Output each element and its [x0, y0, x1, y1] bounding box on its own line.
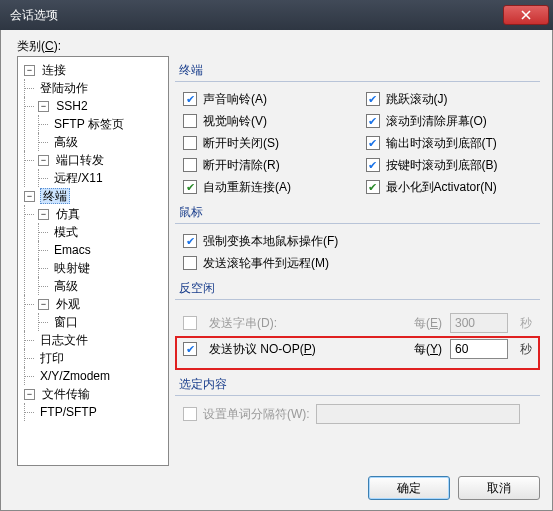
- label-word-delimiters: 设置单词分隔符(W):: [203, 406, 310, 423]
- input-send-string-interval: [450, 313, 508, 333]
- checkbox-scroll-bottom-output[interactable]: [366, 136, 380, 150]
- category-label: 类别(C):: [17, 38, 61, 55]
- tree-item-ftp-sftp[interactable]: FTP/SFTP: [38, 405, 99, 419]
- label-every-y: 每(Y): [414, 341, 442, 358]
- checkbox-force-local-mouse[interactable]: [183, 234, 197, 248]
- checkbox-close-on-disconnect[interactable]: [183, 136, 197, 150]
- label-close-on-disconnect: 断开时关闭(S): [203, 135, 279, 152]
- label-visual-bell: 视觉响铃(V): [203, 113, 267, 130]
- tree-toggle[interactable]: −: [24, 389, 35, 400]
- tree-item-window[interactable]: 窗口: [52, 315, 80, 329]
- checkbox-jump-scroll[interactable]: [366, 92, 380, 106]
- settings-panel: 终端 声音响铃(A) 视觉响铃(V) 断开时关闭(S) 断开时清除(R) 自动重…: [175, 56, 540, 464]
- tree-item-remote-x11[interactable]: 远程/X11: [52, 171, 105, 185]
- input-word-delimiters: [316, 404, 520, 424]
- checkbox-audio-bell[interactable]: [183, 92, 197, 106]
- tree-item-sftp-tab[interactable]: SFTP 标签页: [52, 117, 126, 131]
- cancel-button[interactable]: 取消: [458, 476, 540, 500]
- checkbox-word-delimiters[interactable]: [183, 407, 197, 421]
- tree-item-port-forward[interactable]: 端口转发: [54, 153, 106, 167]
- checkbox-minimize-activator[interactable]: [366, 180, 380, 194]
- unit-seconds: 秒: [520, 315, 532, 332]
- tree-item-mode[interactable]: 模式: [52, 225, 80, 239]
- terminal-options: 声音响铃(A) 视觉响铃(V) 断开时关闭(S) 断开时清除(R) 自动重新连接…: [175, 88, 540, 198]
- tree-toggle[interactable]: −: [38, 209, 49, 220]
- checkbox-scroll-bottom-key[interactable]: [366, 158, 380, 172]
- label-force-local-mouse: 强制变换本地鼠标操作(F): [203, 233, 338, 250]
- group-anti-idle-title: 反空闲: [179, 280, 540, 297]
- tree-toggle[interactable]: −: [24, 191, 35, 202]
- checkbox-auto-reconnect[interactable]: [183, 180, 197, 194]
- divider: [175, 299, 540, 300]
- dialog-body: 类别(C): − 连接 登陆动作 − SSH2 SFTP 标签页 高级: [0, 30, 553, 511]
- label-clear-on-disconnect: 断开时清除(R): [203, 157, 280, 174]
- label-audio-bell: 声音响铃(A): [203, 91, 267, 108]
- anti-idle-section: 发送字串(D): 每(E) 秒 发送协议 NO-OP(P) 每(Y) 秒: [175, 306, 540, 370]
- window-title: 会话选项: [10, 7, 503, 24]
- tree-item-appearance[interactable]: 外观: [54, 297, 82, 311]
- label-send-string: 发送字串(D):: [209, 315, 277, 332]
- label-send-wheel-remote: 发送滚轮事件到远程(M): [203, 255, 329, 272]
- ok-button[interactable]: 确定: [368, 476, 450, 500]
- tree-item-logfile[interactable]: 日志文件: [38, 333, 90, 347]
- dialog-footer: 确定 取消: [368, 476, 540, 500]
- group-selection-title: 选定内容: [179, 376, 540, 393]
- label-send-noop: 发送协议 NO-OP(P): [209, 341, 316, 358]
- label-minimize-activator: 最小化到Activator(N): [386, 179, 497, 196]
- title-bar: 会话选项: [0, 0, 553, 30]
- divider: [175, 395, 540, 396]
- checkbox-clear-on-disconnect[interactable]: [183, 158, 197, 172]
- checkbox-send-noop[interactable]: [183, 342, 197, 356]
- divider: [175, 81, 540, 82]
- tree-item-advanced[interactable]: 高级: [52, 135, 80, 149]
- label-clear-scrollback: 滚动到清除屏幕(O): [386, 113, 487, 130]
- close-icon: [521, 10, 531, 20]
- tree-item-terminal[interactable]: 终端: [40, 188, 70, 204]
- tree-item-connection[interactable]: 连接: [40, 63, 68, 77]
- tree-item-login-action[interactable]: 登陆动作: [38, 81, 90, 95]
- checkbox-clear-scrollback[interactable]: [366, 114, 380, 128]
- tree-item-ssh2[interactable]: SSH2: [54, 99, 89, 113]
- tree-item-print[interactable]: 打印: [38, 351, 66, 365]
- label-scroll-bottom-key: 按键时滚动到底部(B): [386, 157, 498, 174]
- group-mouse-title: 鼠标: [179, 204, 540, 221]
- group-terminal-title: 终端: [179, 62, 540, 79]
- tree-item-advanced[interactable]: 高级: [52, 279, 80, 293]
- close-button[interactable]: [503, 5, 549, 25]
- label-scroll-bottom-output: 输出时滚动到底部(T): [386, 135, 497, 152]
- tree-item-file-transfer[interactable]: 文件传输: [40, 387, 92, 401]
- divider: [175, 223, 540, 224]
- checkbox-send-wheel-remote[interactable]: [183, 256, 197, 270]
- checkbox-send-string[interactable]: [183, 316, 197, 330]
- tree-item-emacs[interactable]: Emacs: [52, 243, 93, 257]
- tree-item-keymap[interactable]: 映射键: [52, 261, 92, 275]
- label-auto-reconnect: 自动重新连接(A): [203, 179, 291, 196]
- tree-toggle[interactable]: −: [38, 155, 49, 166]
- tree-item-emulation[interactable]: 仿真: [54, 207, 82, 221]
- tree-toggle[interactable]: −: [24, 65, 35, 76]
- tree-toggle[interactable]: −: [38, 299, 49, 310]
- unit-seconds: 秒: [520, 341, 532, 358]
- tree-item-xyzmodem[interactable]: X/Y/Zmodem: [38, 369, 112, 383]
- label-every-e: 每(E): [414, 315, 442, 332]
- category-tree[interactable]: − 连接 登陆动作 − SSH2 SFTP 标签页 高级 − 端口转发: [17, 56, 169, 466]
- label-jump-scroll: 跳跃滚动(J): [386, 91, 448, 108]
- checkbox-visual-bell[interactable]: [183, 114, 197, 128]
- input-noop-interval[interactable]: [450, 339, 508, 359]
- tree-toggle[interactable]: −: [38, 101, 49, 112]
